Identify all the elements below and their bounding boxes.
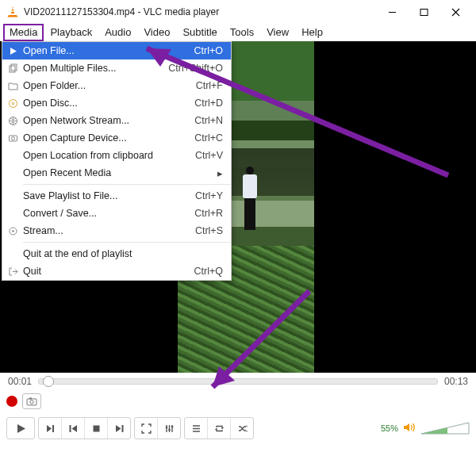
menu-item-open-recent[interactable]: Open Recent Media ▸ [2,164,231,182]
menu-media[interactable]: Media [3,24,44,41]
menu-item-shortcut: Ctrl+N [194,115,223,126]
title-bar: VID20211127153304.mp4 - VLC media player [0,0,476,24]
menu-item-label: Open Multiple Files... [23,63,168,74]
menu-item-stream[interactable]: Stream... Ctrl+S [2,222,231,239]
menu-item-shortcut: Ctrl+S [195,225,223,236]
vlc-cone-icon [6,6,19,18]
extended-settings-button[interactable] [158,418,180,439]
svg-marker-23 [116,425,121,432]
menu-tools[interactable]: Tools [224,24,260,41]
next-button[interactable] [108,418,130,439]
svg-point-7 [12,102,14,105]
svg-rect-22 [93,425,99,431]
menu-item-shortcut: Ctrl+D [194,98,223,109]
svg-rect-20 [69,425,71,432]
play-button[interactable] [7,418,34,439]
menu-item-shortcut: Ctrl+O [194,45,223,56]
menu-item-label: Open Capture Device... [23,132,194,144]
svg-rect-26 [168,429,170,431]
time-total: 00:13 [444,376,468,387]
menu-item-shortcut: Ctrl+R [194,208,223,219]
svg-rect-19 [52,425,54,432]
menu-item-open-folder[interactable]: Open Folder... Ctrl+F [2,77,231,94]
svg-marker-21 [71,425,77,432]
seek-bar: 00:01 00:13 [0,373,476,390]
folder-icon [2,81,23,91]
menu-view[interactable]: View [260,24,295,41]
svg-marker-17 [17,424,25,433]
menu-item-quit[interactable]: Quit Ctrl+Q [2,262,231,280]
menu-item-open-capture[interactable]: Open Capture Device... Ctrl+C [2,129,231,147]
svg-rect-24 [121,425,123,432]
svg-rect-2 [420,9,428,15]
quit-icon [2,266,23,277]
svg-rect-14 [27,399,36,405]
menu-item-label: Open Recent Media [23,167,212,178]
menu-item-shortcut: Ctrl+V [195,150,223,161]
menu-item-open-multiple[interactable]: Open Multiple Files... Ctrl+Shift+O [2,59,231,77]
menu-item-shortcut: Ctrl+Y [195,190,223,201]
speaker-icon[interactable] [403,422,416,435]
video-person [240,167,260,232]
stop-button[interactable] [85,418,108,439]
menu-item-label: Open Folder... [23,80,196,91]
volume-percent: 55% [381,423,398,433]
menu-item-label: Open Disc... [23,98,194,109]
submenu-arrow-icon: ▸ [212,167,223,179]
menu-item-shortcut: Ctrl+C [194,132,223,144]
loop-button[interactable] [208,418,231,439]
menu-item-label: Stream... [23,225,195,236]
menu-item-shortcut: Ctrl+F [196,80,223,91]
shuffle-button[interactable] [231,418,253,439]
video-area: Open File... Ctrl+O Open Multiple Files.… [0,41,476,373]
capture-icon [2,133,23,144]
menu-item-open-file[interactable]: Open File... Ctrl+O [2,42,231,59]
media-menu-dropdown: Open File... Ctrl+O Open Multiple Files.… [2,41,232,281]
menu-audio[interactable]: Audio [98,24,137,41]
svg-rect-4 [10,66,15,72]
menu-item-shortcut: Ctrl+Shift+O [168,63,223,74]
menu-item-label: Quit at the end of playlist [23,248,223,259]
time-elapsed: 00:01 [8,376,32,387]
menu-item-open-disc[interactable]: Open Disc... Ctrl+D [2,94,231,112]
fullscreen-button[interactable] [135,418,158,439]
svg-rect-5 [11,64,17,71]
stream-icon [2,226,23,236]
svg-marker-31 [246,431,248,432]
snapshot-button[interactable] [22,393,41,409]
playlist-button[interactable] [185,418,208,439]
svg-marker-30 [246,425,248,427]
volume-slider[interactable] [420,421,470,435]
maximize-button[interactable] [408,0,440,24]
menu-item-save-playlist[interactable]: Save Playlist to File... Ctrl+Y [2,187,231,205]
close-button[interactable] [440,0,471,24]
menu-playback[interactable]: Playback [44,24,98,41]
frame-step-button[interactable] [39,418,62,439]
seek-knob[interactable] [43,376,54,387]
menu-item-convert[interactable]: Convert / Save... Ctrl+R [2,205,231,222]
menu-item-quit-end[interactable]: Quit at the end of playlist [2,245,231,262]
files-icon [2,63,23,74]
advanced-controls-row [0,390,476,412]
record-button[interactable] [6,396,17,407]
svg-point-11 [12,230,14,232]
menu-video[interactable]: Video [137,24,176,41]
svg-rect-0 [11,9,14,10]
menu-subtitle[interactable]: Subtitle [176,24,223,41]
volume-control: 55% [381,421,470,435]
menu-help[interactable]: Help [295,24,329,41]
svg-marker-29 [222,427,224,429]
minimize-button[interactable] [376,0,408,24]
disc-icon [2,98,23,109]
menu-item-label: Open Location from clipboard [23,150,195,161]
svg-rect-16 [29,397,32,399]
menu-item-label: Save Playlist to File... [23,190,195,201]
menu-item-shortcut: Ctrl+Q [194,266,223,277]
seek-slider[interactable] [38,378,438,385]
menu-separator [23,242,231,243]
svg-rect-1 [10,11,14,12]
svg-rect-27 [171,426,172,427]
menu-item-open-clipboard[interactable]: Open Location from clipboard Ctrl+V [2,147,231,164]
previous-button[interactable] [62,418,85,439]
menu-item-open-network[interactable]: Open Network Stream... Ctrl+N [2,112,231,129]
